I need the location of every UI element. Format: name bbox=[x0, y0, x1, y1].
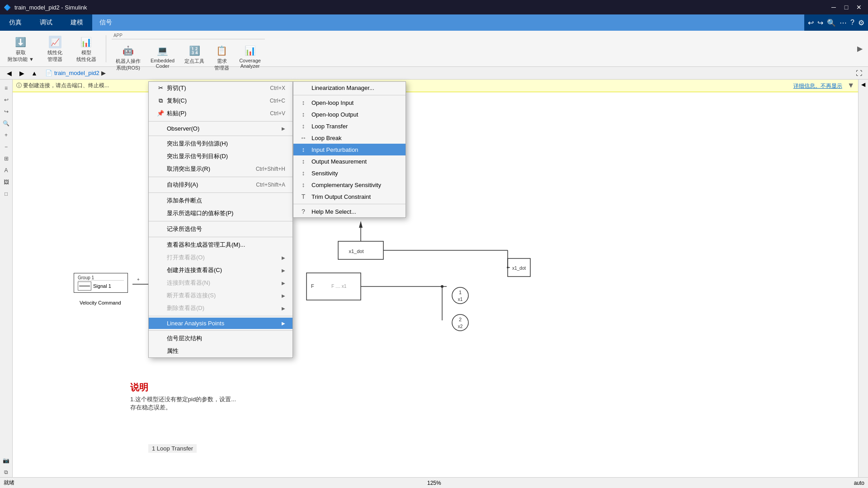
linear-analysis-submenu: Linearization Manager... ↕ Open-loop Inp… bbox=[293, 81, 406, 218]
sidebar-btn-text[interactable]: A bbox=[1, 165, 11, 175]
sidebar-btn-fit[interactable]: ⊞ bbox=[1, 154, 11, 164]
sidebar-btn-zoom-in[interactable]: + bbox=[1, 130, 11, 140]
zoom-level: 125% bbox=[427, 480, 441, 486]
menu-item-debug[interactable]: 调试 bbox=[31, 14, 61, 31]
sidebar-btn-image[interactable]: 🖼 bbox=[1, 177, 11, 187]
requirements-button[interactable]: 📋 需求管理器 bbox=[210, 41, 233, 74]
ctx-connect-viewer-label: 连接到查看器(N) bbox=[167, 279, 210, 286]
ctx-highlight-source[interactable]: 突出显示信号到信源(H) bbox=[149, 137, 292, 150]
ctx-disconnect-viewer[interactable]: 断开查看器连接(S) ▶ bbox=[149, 289, 292, 302]
ctx-highlight-target[interactable]: 突出显示信号到目标(D) bbox=[149, 150, 292, 163]
smenu-loop-transfer[interactable]: ↕ Loop Transfer bbox=[293, 120, 406, 132]
ctx-add-breakpoint[interactable]: 添加条件断点 bbox=[149, 194, 292, 207]
diagram-arrows: + x1_dot F F .... x1 bbox=[13, 92, 858, 475]
ctx-create-viewer[interactable]: 创建并连接查看器(C) ▶ bbox=[149, 264, 292, 277]
get-addon-button[interactable]: ⬇️ 获取附加功能 ▼ bbox=[4, 33, 38, 65]
ctx-copy[interactable]: ⧉复制(C) Ctrl+C bbox=[149, 94, 292, 107]
ctx-connect-viewer[interactable]: 连接到查看器(N) ▶ bbox=[149, 277, 292, 289]
sidebar-btn-3[interactable]: ↪ bbox=[1, 107, 11, 117]
sidebar-btn-search[interactable]: 🔍 bbox=[1, 118, 11, 128]
model-linearizer-label: 模型线性化器 bbox=[76, 49, 96, 63]
ctx-viewer-manager-label: 查看器和生成器管理工具(M)... bbox=[167, 241, 245, 248]
smenu-open-loop-output[interactable]: ↕ Open-loop Output bbox=[293, 108, 406, 120]
toolbar-icon-undo[interactable]: ↩ bbox=[808, 19, 814, 27]
expand-toolbar-button[interactable]: ▶ bbox=[855, 42, 864, 55]
smenu-loop-break[interactable]: ↔ Loop Break bbox=[293, 132, 406, 144]
ros-icon: 🤖 bbox=[121, 43, 135, 58]
sidebar-btn-zoom-out[interactable]: − bbox=[1, 142, 11, 152]
smenu-sep2 bbox=[293, 204, 406, 204]
ctx-observer[interactable]: Observer(O) ▶ bbox=[149, 123, 292, 134]
toolbar-icon-settings[interactable]: ⚙ bbox=[858, 19, 864, 27]
trim-output-icon: T bbox=[299, 193, 308, 200]
svg-text:F .... x1: F .... x1 bbox=[331, 284, 347, 289]
minimize-button[interactable]: ─ bbox=[828, 2, 839, 13]
ctx-copy-shortcut: Ctrl+C bbox=[270, 98, 285, 104]
ctx-cancel-highlight-shortcut: Ctrl+Shift+H bbox=[256, 166, 285, 172]
sidebar-btn-camera[interactable]: 📷 bbox=[1, 455, 11, 465]
ctx-properties-label: 属性 bbox=[167, 347, 179, 354]
sidebar-btn-rect[interactable]: □ bbox=[1, 189, 11, 199]
linearization-manager-button[interactable]: 📈 线性化管理器 bbox=[42, 33, 69, 65]
ctx-viewer-manager[interactable]: 查看器和生成器管理工具(M)... bbox=[149, 239, 292, 251]
ctx-open-viewer[interactable]: 打开查看器(O) ▶ bbox=[149, 251, 292, 264]
info-close-btn[interactable]: ▼ bbox=[847, 81, 854, 89]
sidebar-btn-1[interactable]: ≡ bbox=[1, 83, 11, 93]
smenu-input-perturbation[interactable]: ↕ Input Perturbation bbox=[293, 144, 406, 155]
ros-button[interactable]: 🤖 机器人操作系统(ROS) bbox=[112, 41, 145, 74]
coverage-analyzer-label: CoverageAnalyzer bbox=[239, 58, 261, 69]
smenu-open-loop-input[interactable]: ↕ Open-loop Input bbox=[293, 97, 406, 108]
smenu-sensitivity[interactable]: ↕ Sensitivity bbox=[293, 167, 406, 179]
maximize-button[interactable]: □ bbox=[841, 2, 852, 13]
smenu-complementary-sensitivity-label: Complementary Sensitivity bbox=[311, 182, 381, 188]
tb2-back-button[interactable]: ◀ bbox=[4, 68, 14, 79]
smenu-complementary-sensitivity[interactable]: ↕ Complementary Sensitivity bbox=[293, 179, 406, 191]
tb2-forward-button[interactable]: ▶ bbox=[16, 68, 27, 79]
canvas-area[interactable]: ⓘ 要创建连接，请点击端口、终止模... 详细信息。不再显示 ▼ Group 1… bbox=[13, 80, 858, 477]
sidebar-btn-2[interactable]: ↩ bbox=[1, 95, 11, 105]
breadcrumb-model[interactable]: train_model_pid2 bbox=[54, 70, 99, 76]
ctx-paste[interactable]: 📌粘贴(P) Ctrl+V bbox=[149, 107, 292, 120]
ctx-disconnect-viewer-label: 断开查看器连接(S) bbox=[167, 292, 216, 299]
tb2-expand-button[interactable]: ⛶ bbox=[854, 68, 864, 79]
sidebar-btn-copy[interactable]: ⧉ bbox=[1, 467, 11, 477]
toolbar-icon-help[interactable]: ? bbox=[850, 19, 854, 27]
ctx-record-signal-label: 记录所选信号 bbox=[167, 225, 202, 232]
breadcrumb-icon: 📄 bbox=[45, 70, 52, 76]
smenu-linearization-manager[interactable]: Linearization Manager... bbox=[293, 82, 406, 94]
ctx-delete-viewer[interactable]: 删除查看器(D) ▶ bbox=[149, 302, 292, 314]
svg-point-18 bbox=[452, 314, 468, 331]
ctx-signal-hierarchy[interactable]: 信号层次结构 bbox=[149, 332, 292, 345]
menu-item-simulation[interactable]: 仿真 bbox=[0, 14, 31, 31]
toolbar-icon-redo[interactable]: ↪ bbox=[817, 19, 823, 27]
smenu-help-select[interactable]: ? Help Me Select... bbox=[293, 206, 406, 217]
ctx-cancel-highlight[interactable]: 取消突出显示(R) Ctrl+Shift+H bbox=[149, 163, 292, 175]
ctx-cut[interactable]: ✂剪切(T) Ctrl+X bbox=[149, 82, 292, 94]
menu-item-model[interactable]: 建模 bbox=[61, 14, 92, 31]
ctx-auto-arrange[interactable]: 自动排列(A) Ctrl+Shift+A bbox=[149, 178, 292, 191]
toolbar-icon-zoom[interactable]: 🔍 bbox=[827, 19, 836, 27]
right-collapse-btn[interactable]: ◀ bbox=[861, 81, 865, 88]
ctx-cut-label: 剪切(T) bbox=[167, 84, 186, 91]
svg-rect-9 bbox=[307, 273, 361, 300]
model-linearizer-button[interactable]: 📊 模型线性化器 bbox=[72, 33, 100, 65]
toolbar-icon-more[interactable]: ⋯ bbox=[840, 19, 847, 27]
coverage-analyzer-button[interactable]: 📊 CoverageAnalyzer bbox=[235, 41, 265, 74]
group1-block[interactable]: Group 1 Signal 1 bbox=[74, 273, 128, 293]
smenu-trim-output[interactable]: T Trim Output Constraint bbox=[293, 191, 406, 202]
ctx-properties[interactable]: 属性 bbox=[149, 345, 292, 357]
ctx-record-signal[interactable]: 记录所选信号 bbox=[149, 223, 292, 235]
embedded-coder-button[interactable]: 💻 EmbeddedCoder bbox=[146, 41, 179, 74]
smenu-input-perturbation-label: Input Perturbation bbox=[311, 146, 358, 153]
fixed-point-button[interactable]: 🔢 定点工具 bbox=[180, 41, 208, 74]
smenu-output-measurement[interactable]: ↕ Output Measurement bbox=[293, 155, 406, 167]
ctx-signal-hierarchy-label: 信号层次结构 bbox=[167, 335, 202, 342]
info-notice-link[interactable]: 详细信息。不再显示 ▼ bbox=[793, 81, 854, 90]
ctx-show-value-tag[interactable]: 显示所选端口的值标签(P) bbox=[149, 207, 292, 220]
ctx-linear-analysis[interactable]: Linear Analysis Points ▶ bbox=[149, 318, 292, 329]
status-auto: auto bbox=[854, 480, 864, 486]
signal1-label: Signal 1 bbox=[93, 283, 111, 289]
loop-transfer-label: 1 Loop Transfer bbox=[148, 444, 197, 453]
tb2-up-button[interactable]: ▲ bbox=[29, 68, 40, 79]
close-button[interactable]: ✕ bbox=[854, 2, 864, 13]
